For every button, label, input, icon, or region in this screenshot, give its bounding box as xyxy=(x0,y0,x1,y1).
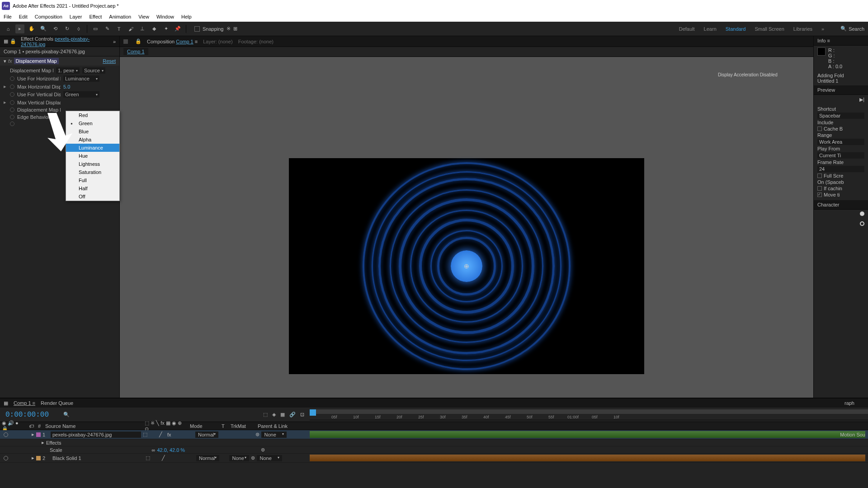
menu-edit[interactable]: Edit xyxy=(19,14,28,19)
menu-animation[interactable]: Animation xyxy=(109,14,131,19)
orbit-tool[interactable]: ⟲ xyxy=(51,24,60,33)
render-queue-tab[interactable]: Render Queue xyxy=(41,400,73,406)
dropdown-item-luminance[interactable]: Luminance xyxy=(66,144,119,152)
prop-vert-dropdown[interactable]: Green xyxy=(63,91,99,98)
search-label[interactable]: Search xyxy=(849,26,864,32)
home-tool[interactable]: ⌂ xyxy=(4,24,13,33)
mode-dropdown[interactable]: Normal xyxy=(195,432,218,438)
lock-icon[interactable]: 🔒 xyxy=(135,38,142,44)
eraser-tool[interactable]: ◆ xyxy=(150,24,159,33)
color-label[interactable] xyxy=(36,456,41,460)
mode-dropdown[interactable]: Normal xyxy=(196,455,219,461)
workspace-standard[interactable]: Standard xyxy=(726,26,746,32)
scale-value[interactable]: 42.0, 42.0 % xyxy=(157,447,185,453)
menu-window[interactable]: Window xyxy=(156,14,174,19)
framerate-input[interactable]: 24 xyxy=(817,166,864,172)
workspace-learn[interactable]: Learn xyxy=(704,26,717,32)
col-source[interactable]: Source Name xyxy=(43,423,143,429)
lock-icon[interactable]: 🔒 xyxy=(10,38,16,44)
character-tab[interactable]: Character xyxy=(814,200,868,210)
tl-icon-1[interactable]: ⬚ xyxy=(263,412,268,418)
dropdown-item-saturation[interactable]: Saturation xyxy=(66,168,119,176)
pickwhip-icon[interactable]: ⊚ xyxy=(251,455,255,461)
color-label[interactable] xyxy=(36,432,41,437)
tl-icon-3[interactable]: ▦ xyxy=(280,412,285,418)
moveti-checkbox[interactable] xyxy=(817,192,822,197)
dropdown-item-full[interactable]: Full xyxy=(66,176,119,184)
dropdown-item-green[interactable]: Green xyxy=(66,119,119,127)
layer-name[interactable]: pexels-pixabay-247676.jpg xyxy=(51,432,141,438)
rotate-tool[interactable]: ↻ xyxy=(62,24,71,33)
selection-tool[interactable]: ▸ xyxy=(15,24,24,33)
layer-row[interactable]: ▸ 1 pexels-pixabay-247676.jpg ⬚╱fx Norma… xyxy=(0,430,868,439)
stopwatch-icon[interactable] xyxy=(10,115,14,119)
menu-effect[interactable]: Effect xyxy=(89,14,102,19)
project-icon[interactable]: ▦ xyxy=(4,38,8,44)
prop-horiz-dropdown[interactable]: Luminance xyxy=(63,75,99,82)
timeline-icon[interactable]: ▦ xyxy=(4,400,8,406)
layer-bar[interactable] xyxy=(310,431,865,438)
zoom-tool[interactable]: 🔍 xyxy=(39,24,48,33)
brush-tool[interactable]: 🖌 xyxy=(126,24,135,33)
twirl-icon[interactable]: ▸ xyxy=(4,99,7,105)
composition-tab[interactable]: Composition Comp 1 ≡ xyxy=(147,39,198,44)
layer-name[interactable]: Black Solid 1 xyxy=(51,455,144,461)
parent-dropdown[interactable]: None xyxy=(261,432,287,438)
menu-composition[interactable]: Composition xyxy=(35,14,62,19)
effect-controls-tab[interactable]: Effect Controls pexels-pixabay-247676.jp… xyxy=(18,35,111,48)
cache-checkbox[interactable] xyxy=(817,127,822,131)
text-tool[interactable]: T xyxy=(114,24,123,33)
visibility-toggle[interactable] xyxy=(4,456,8,460)
range-input[interactable]: Work Area xyxy=(817,139,864,145)
pen-tool[interactable]: ✎ xyxy=(103,24,112,33)
menu-file[interactable]: File xyxy=(4,14,12,19)
tl-icon-5[interactable]: ⊡ xyxy=(300,412,304,418)
prop-layer-dropdown[interactable]: 1. pexe xyxy=(56,67,80,74)
parent-dropdown[interactable]: None xyxy=(257,455,282,461)
footage-tab[interactable]: Footage: (none) xyxy=(238,39,274,44)
menu-view[interactable]: View xyxy=(138,14,149,19)
hand-tool[interactable]: ✋ xyxy=(27,24,36,33)
pickwhip-icon[interactable]: ⊚ xyxy=(255,432,259,437)
fullscreen-checkbox[interactable] xyxy=(817,174,822,178)
visibility-toggle[interactable] xyxy=(4,432,8,437)
snapping-checkbox[interactable] xyxy=(194,26,200,32)
timeline-search[interactable]: 🔍 xyxy=(63,412,70,418)
anchor-icon[interactable]: ⊕ xyxy=(464,263,469,270)
stopwatch-icon[interactable] xyxy=(10,100,14,105)
pickwhip-icon[interactable]: ⊚ xyxy=(261,447,265,453)
stamp-tool[interactable]: ⊥ xyxy=(138,24,147,33)
stopwatch-icon[interactable] xyxy=(10,76,14,81)
panel-overflow[interactable]: » xyxy=(113,39,116,44)
camera-tool[interactable]: ◊ xyxy=(74,24,83,33)
shortcut-input[interactable]: Spacebar xyxy=(817,113,864,119)
snap-icon[interactable]: ※ xyxy=(226,26,231,32)
trkmat-dropdown[interactable]: None xyxy=(229,455,249,461)
col-mode[interactable]: Mode xyxy=(188,423,220,429)
ifcache-checkbox[interactable] xyxy=(817,186,822,191)
playfrom-input[interactable]: Current Ti xyxy=(817,152,864,159)
timecode[interactable]: 0:00:00:00 xyxy=(0,411,54,419)
effect-twirl[interactable]: ▾ xyxy=(4,58,6,64)
dropdown-item-alpha[interactable]: Alpha xyxy=(66,136,119,144)
stopwatch-icon[interactable] xyxy=(10,84,14,89)
dropdown-item-lightness[interactable]: Lightness xyxy=(66,160,119,168)
composition-canvas[interactable]: ⊕ xyxy=(289,158,644,374)
col-num[interactable]: # xyxy=(36,423,43,429)
fill-swatch[interactable] xyxy=(860,211,864,216)
snap-icon-2[interactable]: ⊞ xyxy=(233,26,237,32)
layer-tab[interactable]: Layer: (none) xyxy=(203,39,232,44)
link-icon[interactable]: ∞ xyxy=(152,447,156,453)
stroke-swatch[interactable] xyxy=(860,221,864,226)
col-trkmat[interactable]: TrkMat xyxy=(229,423,256,429)
reset-button[interactable]: Reset xyxy=(103,58,116,64)
prop-maxh-value[interactable]: 5.0 xyxy=(63,84,70,89)
dropdown-item-hue[interactable]: Hue xyxy=(66,152,119,160)
dropdown-item-red[interactable]: Red xyxy=(66,111,119,119)
roto-tool[interactable]: ✦ xyxy=(161,24,170,33)
stopwatch-icon[interactable] xyxy=(10,122,14,126)
col-t[interactable]: T xyxy=(220,423,229,429)
info-tab[interactable]: Info ≡ xyxy=(814,36,868,46)
col-parent[interactable]: Parent & Link xyxy=(256,423,297,429)
stopwatch-icon[interactable] xyxy=(10,108,14,112)
